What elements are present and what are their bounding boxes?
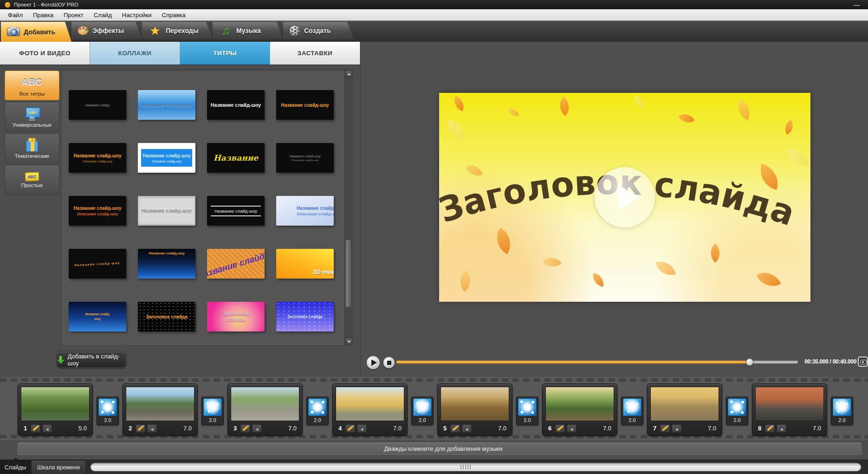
transition-tile[interactable]: 2.0 bbox=[516, 396, 538, 425]
slide-audio-button[interactable] bbox=[462, 424, 472, 433]
category-button[interactable]: Простые bbox=[5, 165, 59, 195]
slide-audio-button[interactable] bbox=[357, 424, 367, 433]
category-label: Простые bbox=[21, 182, 43, 188]
title-template-thumbnail[interactable]: Название слайда bbox=[207, 249, 265, 279]
add-to-slideshow-button[interactable]: Добавить в слайд-шоу bbox=[57, 351, 126, 368]
category-button[interactable]: Все титры bbox=[5, 71, 59, 100]
scroll-up-button[interactable] bbox=[345, 70, 352, 77]
timeline-slide[interactable]: 3 7.0 bbox=[227, 383, 303, 436]
title-template-thumbnail[interactable]: Заголовок слайда bbox=[207, 302, 265, 331]
timeline-slide[interactable]: 8 7.0 bbox=[752, 383, 827, 436]
slide-preview[interactable]: Заголовок слайда bbox=[439, 93, 810, 302]
transition-tile[interactable]: 2.0 bbox=[201, 396, 224, 425]
speaker-icon bbox=[360, 424, 364, 433]
slide-audio-button[interactable] bbox=[252, 424, 262, 433]
menu-item[interactable]: Проект bbox=[58, 10, 89, 20]
vertical-scrollbar[interactable] bbox=[344, 70, 352, 345]
transition-tile[interactable]: 2.0 bbox=[411, 396, 434, 425]
sub-tab[interactable]: ФОТО И ВИДЕО bbox=[0, 42, 90, 65]
slide-audio-button[interactable] bbox=[42, 424, 52, 433]
slide-audio-button[interactable] bbox=[672, 424, 681, 433]
title-template-thumbnail[interactable]: Заголовок слайда bbox=[138, 302, 195, 331]
title-template-thumbnail[interactable]: Название bbox=[207, 143, 265, 173]
play-button-overlay[interactable] bbox=[595, 167, 655, 227]
music-track-strip[interactable]: Дважды кликните для добавления музыки bbox=[18, 442, 862, 455]
transition-tile[interactable]: 2.0 bbox=[97, 396, 119, 425]
sub-tab[interactable]: ТИТРЫ bbox=[180, 42, 270, 65]
title-template-thumbnail[interactable]: Название слайд-шоу bbox=[138, 196, 195, 226]
menu-item[interactable]: Справка bbox=[157, 10, 191, 20]
title-template-thumbnail[interactable]: Название слайд-шоу Описание слайд-шоу bbox=[69, 196, 126, 226]
speaker-icon bbox=[570, 424, 574, 433]
main-tab[interactable]: Добавить bbox=[1, 22, 71, 42]
slide-number: 7 bbox=[651, 425, 658, 432]
title-template-thumbnail[interactable]: Название слайда bbox=[69, 90, 126, 120]
edit-slide-button[interactable] bbox=[660, 424, 670, 433]
template-title-text: Название слайд-шоу bbox=[73, 206, 121, 211]
sub-tab[interactable]: ЗАСТАВКИ bbox=[270, 42, 360, 65]
title-template-thumbnail[interactable]: Название слайд-шоу bbox=[69, 302, 126, 331]
title-template-thumbnail[interactable]: Заголовок слайда bbox=[276, 302, 334, 331]
timeline-slide[interactable]: 7 7.0 bbox=[647, 383, 722, 436]
title-template-thumbnail[interactable]: Название слайд-шоу Описание слайд-шоу bbox=[276, 143, 334, 173]
transition-tile[interactable]: 2.0 bbox=[726, 396, 748, 425]
edit-slide-button[interactable] bbox=[240, 424, 250, 433]
edit-slide-button[interactable] bbox=[450, 424, 460, 433]
main-tab[interactable]: Создать bbox=[283, 22, 354, 39]
stop-button[interactable] bbox=[383, 357, 395, 369]
slide-duration: 7.0 bbox=[393, 425, 402, 432]
title-template-thumbnail[interactable]: Название слайд-шоу bbox=[276, 90, 334, 120]
template-subtitle-text: Описание слайд-шоу bbox=[291, 159, 319, 162]
transition-tile[interactable]: 2.0 bbox=[621, 396, 643, 425]
main-tab[interactable]: Переходы bbox=[142, 22, 213, 39]
tab-slides[interactable]: Слайды bbox=[0, 460, 31, 474]
scrollbar-thumb[interactable] bbox=[345, 240, 351, 307]
title-template-thumbnail[interactable]: Название слайд-шоу bbox=[207, 196, 265, 226]
title-template-thumbnail[interactable]: 3D-текст bbox=[276, 249, 334, 279]
scroll-down-button[interactable] bbox=[345, 338, 352, 345]
title-template-thumbnail[interactable]: Название слайд-шоу bbox=[69, 249, 126, 279]
main-tab[interactable]: Музыка bbox=[213, 22, 283, 39]
title-template-thumbnail[interactable]: Название слайд-шоу bbox=[138, 249, 195, 279]
title-template-thumbnail[interactable]: Название слайд-шоу Описание слайд-шоу bbox=[276, 196, 334, 226]
minimize-button[interactable]: — bbox=[850, 1, 863, 8]
title-template-thumbnail[interactable]: Название слайд-шоу bbox=[207, 90, 265, 120]
edit-slide-button[interactable] bbox=[136, 424, 145, 433]
timeline-slide[interactable]: 4 7.0 bbox=[332, 383, 408, 436]
sub-tab-label: ФОТО И ВИДЕО bbox=[19, 50, 71, 57]
progress-thumb[interactable] bbox=[746, 358, 753, 366]
timeline-slide-group: 1 5.0 2.0 bbox=[18, 383, 119, 436]
category-button[interactable]: Универсальные bbox=[5, 102, 59, 132]
tab-timeline-scale[interactable]: Шкала времени bbox=[31, 460, 86, 474]
title-template-thumbnail[interactable]: Название слайд-шоу bbox=[138, 90, 195, 120]
slide-number: 1 bbox=[22, 425, 29, 432]
slide-audio-button[interactable] bbox=[777, 424, 786, 433]
category-button[interactable]: Тематические bbox=[5, 134, 59, 163]
speaker-icon bbox=[674, 424, 679, 433]
main-tab[interactable]: Эффекты bbox=[71, 22, 142, 39]
edit-slide-button[interactable] bbox=[555, 424, 565, 433]
snapshot-camera-button[interactable] bbox=[858, 357, 868, 367]
menu-item[interactable]: Слайд bbox=[89, 10, 117, 20]
menu-item[interactable]: Правка bbox=[28, 10, 58, 20]
edit-slide-button[interactable] bbox=[31, 424, 40, 433]
sub-tab[interactable]: КОЛЛАЖИ bbox=[90, 42, 180, 65]
menu-item[interactable]: Файл bbox=[3, 10, 28, 20]
play-button[interactable] bbox=[366, 356, 380, 370]
timeline-slide[interactable]: 1 5.0 bbox=[18, 383, 93, 436]
title-template-thumbnail[interactable]: Название слайд-шоу Описание слайд-шоу bbox=[138, 143, 195, 173]
transition-tile[interactable]: 2.0 bbox=[306, 396, 329, 425]
transition-tile[interactable]: 2.0 bbox=[831, 396, 853, 425]
edit-slide-button[interactable] bbox=[765, 424, 775, 433]
title-template-thumbnail[interactable]: Название слайд-шоу Описание слайд-шоу bbox=[69, 143, 126, 173]
edit-slide-button[interactable] bbox=[345, 424, 355, 433]
horizontal-scrollbar[interactable] bbox=[91, 463, 861, 471]
timeline-slide[interactable]: 5 7.0 bbox=[437, 383, 512, 436]
scrollbar-grip[interactable] bbox=[460, 465, 472, 469]
menu-item[interactable]: Настройки bbox=[117, 10, 157, 20]
slide-audio-button[interactable] bbox=[567, 424, 577, 433]
playback-progress-bar[interactable] bbox=[396, 361, 798, 364]
timeline-slide[interactable]: 6 7.0 bbox=[542, 383, 617, 436]
timeline-slide[interactable]: 2 7.0 bbox=[123, 383, 198, 436]
slide-audio-button[interactable] bbox=[147, 424, 157, 433]
